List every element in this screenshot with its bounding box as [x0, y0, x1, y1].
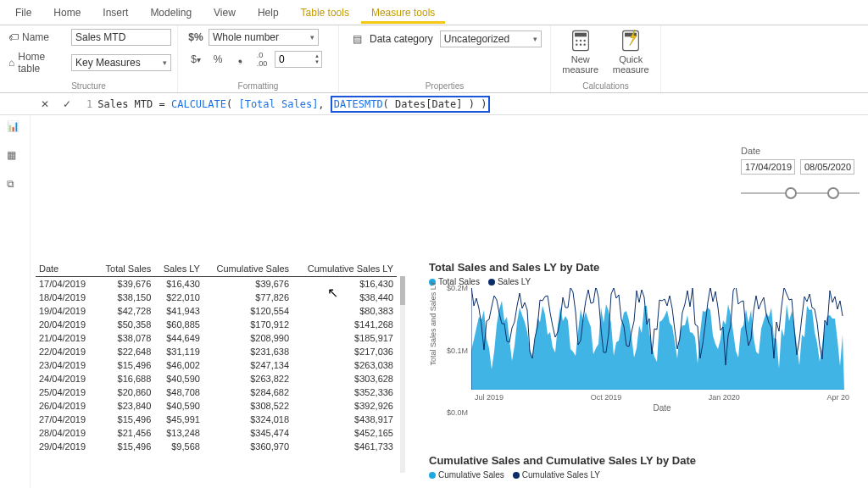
table-row[interactable]: 22/04/2019$22,648$31,119$231,638$217,036: [36, 345, 397, 358]
table-row[interactable]: 28/04/2019$21,456$13,248$345,474$452,165: [36, 426, 397, 440]
format-icon: $%: [186, 29, 205, 46]
table-row[interactable]: 23/04/2019$15,496$46,002$247,134$263,038: [36, 358, 397, 372]
model-view-icon[interactable]: ⧉: [7, 178, 24, 195]
table-row[interactable]: 21/04/2019$38,078$44,649$208,990$185,917: [36, 331, 397, 345]
col-header[interactable]: Date: [36, 261, 96, 277]
decimals-spinner[interactable]: ▲▼: [275, 51, 322, 68]
chart-svg: [471, 288, 844, 390]
table-row[interactable]: 25/04/2019$20,860$48,708$284,682$352,336: [36, 385, 397, 399]
menu-home[interactable]: Home: [43, 2, 91, 24]
svg-point-7: [583, 44, 585, 46]
decimal-button[interactable]: .0.00: [253, 51, 271, 68]
table-scrollbar[interactable]: [400, 276, 405, 473]
svg-point-3: [580, 40, 581, 42]
chart-plot-area: $0.2M $0.1M $0.0M Jul 2019Oct 2019Jan 20…: [471, 288, 853, 413]
decimals-input[interactable]: [275, 53, 306, 65]
quick-measure-button[interactable]: Quick measure: [610, 29, 653, 75]
new-measure-button[interactable]: New measure: [559, 29, 602, 75]
group-label-properties: Properties: [348, 80, 542, 91]
svg-rect-1: [575, 33, 587, 37]
line-number: 1: [86, 98, 92, 110]
scrollbar-thumb[interactable]: [400, 276, 405, 305]
slicer-label: Date: [741, 146, 860, 156]
chart-title: Cumulative Sales and Cumulative Sales LY…: [429, 454, 853, 467]
table-row[interactable]: 20/04/2019$50,358$60,885$170,912$141,268: [36, 318, 397, 331]
home-table-label: ⌂Home table: [8, 51, 68, 75]
formula-input[interactable]: 1 Sales MTD = CALCULATE( [Total Sales], …: [86, 96, 490, 113]
chart-cumulative-sales[interactable]: Cumulative Sales and Cumulative Sales LY…: [429, 454, 853, 481]
table-row[interactable]: 29/04/2019$15,496$9,568$360,970$461,733: [36, 440, 397, 453]
table-row[interactable]: 19/04/2019$42,728$41,943$120,554$80,383: [36, 304, 397, 318]
chart-total-sales[interactable]: Total Sales and Sales LY by Date Total S…: [429, 261, 853, 413]
slicer-track[interactable]: [741, 185, 860, 202]
ribbon: 🏷Name Sales MTD ⌂Home table Key Measures…: [0, 25, 868, 93]
table-row[interactable]: 27/04/2019$15,496$45,991$324,018$438,917: [36, 413, 397, 426]
table-row[interactable]: 24/04/2019$16,688$40,590$263,822$303,628: [36, 372, 397, 385]
formula-bar: ✕ ✓ 1 Sales MTD = CALCULATE( [Total Sale…: [0, 93, 868, 115]
table-row[interactable]: 17/04/2019$39,676$16,430$39,676$16,430: [36, 277, 397, 291]
table-visual[interactable]: DateTotal SalesSales LYCumulative SalesC…: [36, 261, 397, 453]
thousands-button[interactable]: ❟: [231, 51, 249, 68]
col-header[interactable]: Cumulative Sales LY: [292, 261, 397, 277]
svg-point-5: [576, 44, 577, 46]
calculator-lightning-icon: [619, 29, 643, 53]
table-row[interactable]: 26/04/2019$23,840$40,590$308,522$392,926: [36, 399, 397, 413]
date-slicer[interactable]: Date 17/04/2019 08/05/2020: [741, 146, 860, 202]
menu-measure-tools[interactable]: Measure tools: [361, 2, 445, 24]
measure-name-input[interactable]: Sales MTD: [71, 29, 171, 46]
svg-point-2: [576, 40, 577, 42]
x-axis-label: Date: [471, 403, 853, 413]
currency-button[interactable]: $▾: [186, 51, 205, 68]
col-header[interactable]: Cumulative Sales: [203, 261, 292, 277]
menu-table-tools[interactable]: Table tools: [291, 2, 359, 24]
slider-handle-from[interactable]: [785, 187, 797, 199]
chart-title: Total Sales and Sales LY by Date: [429, 261, 853, 274]
data-category-dropdown[interactable]: Uncategorized▾: [440, 30, 542, 47]
date-to-input[interactable]: 08/05/2020: [800, 159, 854, 175]
svg-point-6: [580, 44, 581, 46]
chevron-down-icon: ▾: [533, 35, 537, 43]
name-label: 🏷Name: [8, 31, 68, 43]
percent-button[interactable]: %: [209, 51, 227, 68]
calculator-icon: [569, 29, 593, 53]
group-label-structure: Structure: [8, 80, 169, 91]
number-format-dropdown[interactable]: Whole number▾: [209, 29, 319, 46]
report-canvas: ↖ Date 17/04/2019 08/05/2020 DateTotal S…: [31, 115, 868, 488]
report-view-icon[interactable]: 📊: [7, 120, 24, 137]
menu-view[interactable]: View: [203, 2, 246, 24]
chevron-down-icon: ▾: [163, 58, 167, 67]
col-header[interactable]: Total Sales: [96, 261, 154, 277]
svg-point-4: [583, 40, 585, 42]
slider-handle-to[interactable]: [827, 187, 839, 199]
col-header[interactable]: Sales LY: [154, 261, 203, 277]
date-from-input[interactable]: 17/04/2019: [741, 159, 795, 175]
data-category-label: Data category: [370, 33, 433, 45]
menu-modeling[interactable]: Modeling: [140, 2, 202, 24]
home-table-dropdown[interactable]: Key Measures▾: [71, 54, 171, 71]
chevron-down-icon: ▾: [310, 33, 314, 42]
menu-insert[interactable]: Insert: [92, 2, 138, 24]
menubar: FileHomeInsertModelingViewHelpTable tool…: [0, 0, 868, 25]
table-row[interactable]: 18/04/2019$38,150$22,010$77,826$38,440: [36, 291, 397, 304]
view-switcher: 📊 ▦ ⧉: [0, 115, 31, 488]
chart-legend: Cumulative Sales Cumulative Sales LY: [429, 470, 853, 480]
commit-formula-button[interactable]: ✓: [59, 98, 75, 110]
formula-highlight: DATESMTD( Dates[Date] ) ): [331, 96, 491, 113]
x-axis: Jul 2019Oct 2019Jan 2020Apr 20: [471, 393, 853, 402]
group-label-formatting: Formatting: [186, 80, 330, 91]
menu-file[interactable]: File: [5, 2, 42, 24]
menu-help[interactable]: Help: [248, 2, 289, 24]
chart-legend: Total Sales Sales LY: [429, 277, 853, 286]
cancel-formula-button[interactable]: ✕: [37, 98, 53, 110]
group-label-calculations: Calculations: [559, 80, 652, 91]
data-view-icon[interactable]: ▦: [7, 149, 24, 166]
data-category-icon: ▤: [348, 30, 366, 47]
